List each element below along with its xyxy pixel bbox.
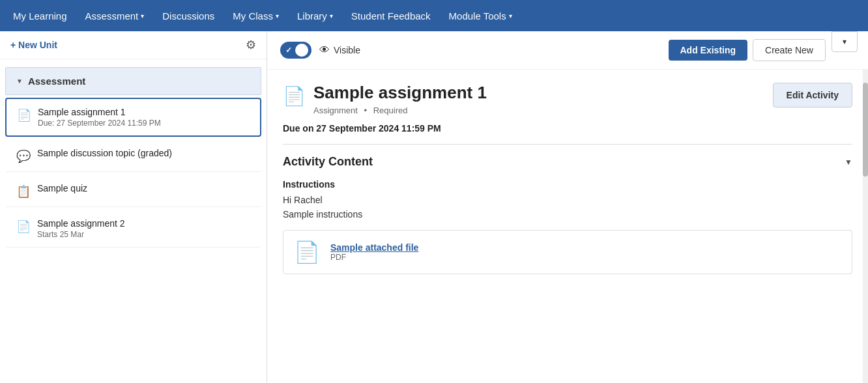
activity-content-header: Activity Content ▼	[283, 155, 852, 169]
visible-text: Visible	[334, 45, 360, 55]
nav-library-chevron: ▾	[330, 12, 333, 20]
visibility-toggle[interactable]: ✓	[280, 42, 311, 59]
sidebar-item-subtitle: Starts 25 Mar	[37, 230, 250, 239]
instructions-label: Instructions	[283, 179, 852, 190]
discussion-icon: 💬	[16, 149, 31, 163]
activity-content-section: Activity Content ▼ Instructions Hi Rache…	[283, 155, 852, 274]
nav-my-class[interactable]: My Class ▾	[233, 10, 279, 21]
nav-assessment[interactable]: Assessment ▾	[85, 10, 145, 21]
assignment-info: Sample assignment 1 Assignment • Require…	[313, 83, 487, 115]
nav-my-class-chevron: ▾	[276, 12, 279, 20]
toggle-thumb	[295, 44, 308, 57]
nav-module-tools[interactable]: Module Tools ▾	[449, 10, 512, 21]
assignment-meta: Assignment • Required	[313, 106, 487, 115]
visible-label: 👁 Visible	[319, 44, 360, 56]
meta-separator: •	[364, 106, 368, 115]
sidebar-item-title: Sample assignment 2	[37, 218, 250, 229]
sidebar-content: ▼ Assessment 📄 Sample assignment 1 Due: …	[0, 59, 267, 383]
sidebar-item-text: Sample assignment 1 Due: 27 September 20…	[38, 107, 250, 128]
instruction-line-2: Sample instructions	[283, 209, 852, 220]
assignment-doc-icon: 📄	[283, 85, 306, 107]
edit-activity-button[interactable]: Edit Activity	[773, 83, 852, 107]
assignment-title: Sample assignment 1	[313, 83, 487, 103]
quiz-icon: 📋	[16, 184, 31, 199]
assessment-group-label: Assessment	[28, 76, 85, 87]
assignment-header: 📄 Sample assignment 1 Assignment • Requi…	[283, 83, 852, 115]
nav-library-label: Library	[297, 10, 327, 21]
instruction-line-1: Hi Rachel	[283, 195, 852, 205]
file-type: PDF	[330, 253, 418, 262]
toolbar-right: Add Existing Create New •••	[669, 39, 856, 61]
toolbar-left: ✓ 👁 Visible	[280, 42, 360, 59]
top-navigation: My Learning Assessment ▾ Discussions My …	[0, 0, 868, 31]
file-card[interactable]: 📄 Sample attached file PDF	[283, 230, 852, 274]
main-layout: + New Unit ⚙ ▼ Assessment 📄 Sample assig…	[0, 31, 868, 383]
assignment-title-area: 📄 Sample assignment 1 Assignment • Requi…	[283, 83, 487, 115]
new-unit-button[interactable]: + New Unit	[10, 40, 57, 50]
assessment-triangle-icon: ▼	[16, 78, 23, 85]
create-new-button[interactable]: Create New	[753, 39, 826, 61]
check-icon: ✓	[285, 46, 292, 55]
nav-my-learning[interactable]: My Learning	[13, 10, 67, 21]
assignment-doc-icon: 📄	[17, 108, 31, 122]
nav-module-tools-label: Module Tools	[449, 10, 506, 21]
content-scrollbar[interactable]	[863, 70, 868, 383]
assessment-group-header[interactable]: ▼ Assessment	[5, 67, 261, 95]
sidebar-item-title: Sample assignment 1	[38, 107, 250, 117]
sidebar-item-sample-assignment-2[interactable]: 📄 Sample assignment 2 Starts 25 Mar	[5, 210, 261, 248]
activity-content-title: Activity Content	[283, 155, 373, 169]
section-divider	[283, 144, 852, 145]
assignment-type: Assignment	[313, 106, 358, 115]
sidebar-item-sample-quiz[interactable]: 📋 Sample quiz	[5, 175, 261, 207]
due-date: Due on 27 September 2024 11:59 PM	[283, 123, 852, 134]
assignment-required: Required	[373, 106, 408, 115]
nav-assessment-chevron: ▾	[141, 12, 144, 20]
sidebar-header: + New Unit ⚙	[0, 31, 267, 59]
sidebar-item-sample-assignment-1[interactable]: 📄 Sample assignment 1 Due: 27 September …	[5, 98, 261, 137]
sidebar-item-text: Sample quiz	[37, 183, 250, 193]
add-existing-button[interactable]: Add Existing	[669, 40, 748, 61]
content-toolbar: ✓ 👁 Visible Add Existing Create New •••	[267, 31, 868, 70]
sidebar-item-sample-discussion[interactable]: 💬 Sample discussion topic (graded)	[5, 139, 261, 172]
nav-module-tools-chevron: ▾	[509, 12, 512, 20]
nav-student-feedback[interactable]: Student Feedback	[351, 10, 431, 21]
top-right-chevron[interactable]: ▾	[832, 31, 858, 52]
sidebar: + New Unit ⚙ ▼ Assessment 📄 Sample assig…	[0, 31, 267, 383]
sidebar-item-text: Sample discussion topic (graded)	[37, 148, 250, 158]
gear-icon[interactable]: ⚙	[246, 38, 256, 52]
file-info: Sample attached file PDF	[330, 242, 418, 262]
content-area: ▾ ✓ 👁 Visible Add Existing Create New ••…	[267, 31, 868, 383]
content-body: 📄 Sample assignment 1 Assignment • Requi…	[267, 70, 868, 383]
sidebar-item-title: Sample quiz	[37, 183, 250, 193]
scrollbar-thumb	[863, 83, 868, 177]
assignment2-doc-icon: 📄	[16, 220, 31, 234]
file-name[interactable]: Sample attached file	[330, 242, 418, 253]
nav-my-class-label: My Class	[233, 10, 273, 21]
sidebar-item-text: Sample assignment 2 Starts 25 Mar	[37, 218, 250, 239]
sidebar-item-title: Sample discussion topic (graded)	[37, 148, 250, 158]
nav-assessment-label: Assessment	[85, 10, 139, 21]
sidebar-item-subtitle: Due: 27 September 2024 11:59 PM	[38, 119, 250, 128]
file-doc-icon: 📄	[294, 240, 320, 264]
chevron-down-icon: ▾	[843, 37, 846, 46]
eye-icon: 👁	[319, 44, 330, 56]
activity-content-chevron-icon[interactable]: ▼	[845, 158, 852, 167]
nav-library[interactable]: Library ▾	[297, 10, 333, 21]
nav-discussions[interactable]: Discussions	[162, 10, 214, 21]
